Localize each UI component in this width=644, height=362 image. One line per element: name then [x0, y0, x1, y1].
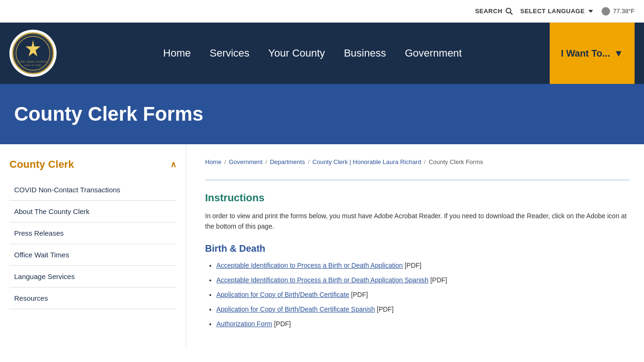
sidebar-title[interactable]: County Clerk ∧ [9, 158, 176, 171]
chevron-down-icon [587, 8, 594, 15]
sidebar-item-covid[interactable]: COVID Non-Contact Transactions [9, 179, 176, 201]
list-item: Acceptable Identification to Process a B… [216, 261, 630, 271]
svg-marker-2 [588, 10, 593, 13]
instructions-heading: Instructions [205, 192, 630, 204]
breadcrumb-government[interactable]: Government [229, 158, 263, 165]
nav-your-county[interactable]: Your County [268, 47, 325, 59]
instructions-text: In order to view and print the forms bel… [205, 211, 630, 232]
sidebar-item-language[interactable]: Language Services [9, 266, 176, 288]
nav-home[interactable]: Home [163, 47, 191, 59]
svg-text:STATE OF TEXAS: STATE OF TEXAS [25, 65, 41, 66]
temperature-display: 77.38°F [602, 7, 635, 16]
page-title: County Clerk Forms [14, 103, 203, 125]
nav-business[interactable]: Business [344, 47, 386, 59]
nav-government[interactable]: Government [405, 47, 462, 59]
form-link-4[interactable]: Application for Copy of Birth/Death Cert… [216, 305, 375, 313]
nav-services[interactable]: Services [210, 47, 249, 59]
logo-wrap[interactable]: FORT BEND COUNTY STATE OF TEXAS [9, 30, 57, 77]
form-list: Acceptable Identification to Process a B… [205, 261, 630, 329]
breadcrumb-county-clerk[interactable]: County Clerk | Honorable Laura Richard [313, 158, 421, 165]
search-button[interactable]: SEARCH [475, 8, 513, 15]
sidebar: County Clerk ∧ COVID Non-Contact Transac… [0, 144, 186, 348]
sidebar-item-resources[interactable]: Resources [9, 288, 176, 309]
search-label: SEARCH [475, 8, 503, 15]
site-logo[interactable]: FORT BEND COUNTY STATE OF TEXAS [9, 30, 57, 77]
weather-icon [602, 7, 610, 16]
form-suffix-5: [PDF] [272, 320, 291, 328]
form-link-5[interactable]: Authorization Form [216, 320, 272, 328]
breadcrumb-sep-4: / [424, 158, 426, 165]
form-suffix-1: [PDF] [403, 262, 421, 269]
list-item: Acceptable Identification to Process a B… [216, 275, 630, 285]
i-want-to-button[interactable]: I Want To... ▼ [550, 23, 635, 84]
form-link-3[interactable]: Application for Copy of Birth/Death Cert… [216, 291, 349, 298]
svg-point-0 [506, 8, 511, 13]
i-want-to-chevron: ▼ [614, 48, 623, 59]
form-suffix-2: [PDF] [429, 276, 447, 284]
list-item: Application for Copy of Birth/Death Cert… [216, 304, 630, 314]
sidebar-item-press[interactable]: Press Releases [9, 222, 176, 244]
breadcrumb-sep-2: / [265, 158, 267, 165]
i-want-to-label: I Want To... [561, 48, 610, 59]
svg-line-1 [510, 12, 512, 15]
top-bar: SEARCH SELECT LANGUAGE 77.38°F [0, 0, 644, 23]
site-header: FORT BEND COUNTY STATE OF TEXAS Home Ser… [0, 23, 644, 84]
content-area: County Clerk ∧ COVID Non-Contact Transac… [0, 144, 644, 348]
language-label: SELECT LANGUAGE [520, 8, 585, 15]
form-link-2[interactable]: Acceptable Identification to Process a B… [216, 276, 429, 284]
birth-death-heading: Birth & Death [205, 243, 630, 254]
content-divider [205, 180, 630, 181]
list-item: Application for Copy of Birth/Death Cert… [216, 290, 630, 300]
form-link-1[interactable]: Acceptable Identification to Process a B… [216, 262, 403, 269]
breadcrumb: Home / Government / Departments / County… [205, 158, 630, 165]
sidebar-section-label: County Clerk [9, 158, 74, 171]
county-seal-svg: FORT BEND COUNTY STATE OF TEXAS [12, 32, 54, 74]
search-icon [505, 8, 513, 15]
page-hero: County Clerk Forms [0, 84, 644, 144]
list-item: Authorization Form [PDF] [216, 319, 630, 329]
sidebar-item-about[interactable]: About The County Clerk [9, 201, 176, 222]
breadcrumb-current: County Clerk Forms [429, 158, 483, 165]
main-content: Home / Government / Departments / County… [186, 144, 644, 348]
svg-text:FORT BEND COUNTY: FORT BEND COUNTY [19, 61, 48, 63]
sidebar-collapse-icon[interactable]: ∧ [170, 159, 176, 170]
breadcrumb-sep-1: / [224, 158, 226, 165]
language-selector[interactable]: SELECT LANGUAGE [520, 8, 594, 15]
form-suffix-4: [PDF] [375, 305, 394, 313]
form-suffix-3: [PDF] [349, 291, 368, 298]
temperature-value: 77.38°F [613, 8, 635, 15]
breadcrumb-departments[interactable]: Departments [270, 158, 305, 165]
breadcrumb-home[interactable]: Home [205, 158, 222, 165]
sidebar-item-wait[interactable]: Office Wait Times [9, 244, 176, 266]
breadcrumb-sep-3: / [308, 158, 310, 165]
main-nav: Home Services Your County Business Gover… [75, 47, 550, 59]
